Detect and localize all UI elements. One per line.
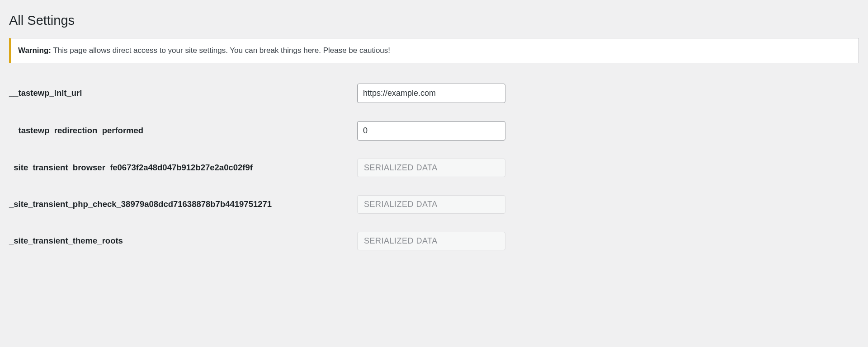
setting-label: _site_transient_browser_fe0673f2a48d047b… (9, 150, 353, 186)
warning-label: Warning: (18, 46, 51, 55)
warning-text: This page allows direct access to your s… (53, 46, 390, 55)
serialized-data-display: SERIALIZED DATA (357, 159, 505, 177)
page-title: All Settings (9, 9, 859, 30)
table-row: __tastewp_init_url (9, 75, 859, 112)
setting-label: _site_transient_php_check_38979a08dcd716… (9, 186, 353, 223)
warning-notice: Warning: This page allows direct access … (9, 38, 859, 63)
setting-input-tastewp-redirection-performed[interactable] (357, 121, 505, 141)
table-row: __tastewp_redirection_performed (9, 112, 859, 150)
setting-label: __tastewp_redirection_performed (9, 112, 353, 150)
setting-label: __tastewp_init_url (9, 75, 353, 112)
serialized-data-display: SERIALIZED DATA (357, 195, 505, 214)
table-row: _site_transient_browser_fe0673f2a48d047b… (9, 150, 859, 186)
table-row: _site_transient_php_check_38979a08dcd716… (9, 186, 859, 223)
setting-input-tastewp-init-url[interactable] (357, 84, 505, 103)
setting-label: _site_transient_theme_roots (9, 223, 353, 259)
settings-table: __tastewp_init_url __tastewp_redirection… (9, 75, 859, 259)
table-row: _site_transient_theme_roots SERIALIZED D… (9, 223, 859, 259)
serialized-data-display: SERIALIZED DATA (357, 232, 505, 250)
